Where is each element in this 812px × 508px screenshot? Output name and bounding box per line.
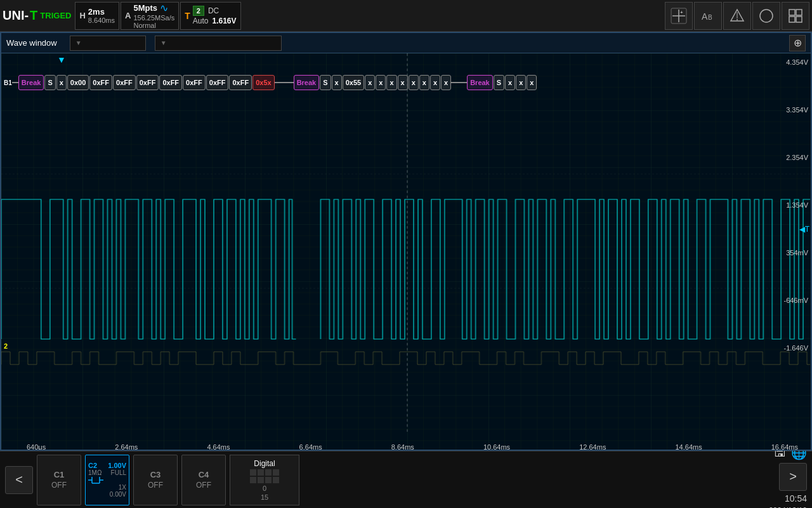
pkt-s-3: S <box>494 75 504 90</box>
toolbar-icons: + AB <box>665 2 809 30</box>
digital-label: Digital <box>254 459 275 468</box>
volt-2354: 2.354V <box>783 154 808 161</box>
ch1-status: OFF <box>51 481 67 490</box>
time-1064ms: 10.64ms <box>483 443 510 451</box>
wave-dropdown-1[interactable]: ▼ <box>70 36 146 51</box>
h-offset: 8.640ms <box>88 17 115 24</box>
ch2-marker: 2 <box>4 342 8 350</box>
a-label: A <box>125 11 131 20</box>
svg-text:A: A <box>702 11 708 22</box>
digital-cell-7 <box>265 477 272 483</box>
b1-label: B1 <box>4 79 12 86</box>
brand-uni: UNI- <box>3 8 29 23</box>
decode-row: B1 Break S x 0x00 0xFF 0xFF 0xFF 0xFF 0x… <box>1 72 811 93</box>
brand-t: T <box>30 8 37 23</box>
digital-section[interactable]: Digital 0 15 <box>230 455 299 505</box>
trigger-section[interactable]: T 2 DC Auto 1.616V <box>180 2 240 30</box>
digital-cell-4 <box>273 469 279 476</box>
t-mode: Auto <box>193 17 209 25</box>
waveform-ch1 <box>1 53 811 451</box>
measure-icon-btn[interactable]: AB <box>694 2 722 30</box>
volt-3354: 3.354V <box>783 106 808 114</box>
ch3-status: OFF <box>148 481 163 490</box>
grid-svg <box>1 53 811 451</box>
acq-section[interactable]: A 5Mpts ∿ 156.25MSa/s Normal <box>121 2 179 30</box>
digital-cell-8 <box>273 477 279 483</box>
layout-icon-btn[interactable] <box>782 2 809 30</box>
decode-group-1: Break S x 0x00 0xFF 0xFF 0xFF 0xFF 0xFF … <box>18 75 275 90</box>
pkt-x-9: x <box>430 75 440 90</box>
bottom-date: 2024/12/10 <box>769 506 807 509</box>
pkt-break-1: Break <box>18 75 44 90</box>
time-464ms: 4.64ms <box>207 443 230 451</box>
digital-cell-5 <box>250 477 256 483</box>
digital-sub: 15 <box>261 493 268 501</box>
decode-group-2: Break S x 0x55 x x x x x x x x <box>294 75 452 90</box>
pkt-s-1: S <box>44 75 55 90</box>
ch2-val1: 1.00V <box>108 462 126 469</box>
pkt-0xff-2: 0xFF <box>113 75 136 90</box>
ch4-button[interactable]: C4 OFF <box>181 455 226 505</box>
a-mode: Normal <box>133 22 174 29</box>
brand-triged: TRIGED <box>40 11 71 20</box>
pkt-x-10: x <box>441 75 451 90</box>
wave-container: Wave window ▼ ▼ ⊕ <box>0 32 812 451</box>
ref-icon-btn[interactable] <box>752 2 780 30</box>
wave-header-controls: ▼ ▼ <box>70 36 282 51</box>
svg-text:+: + <box>680 10 683 15</box>
pkt-x-8: x <box>419 75 429 90</box>
toolbar: UNI- T TRIGED H 2ms 8.640ms A 5Mpts ∿ 15… <box>0 0 812 32</box>
pkt-x-12: x <box>516 75 526 90</box>
volt-354mv: 354mV <box>783 249 808 257</box>
zoom-btn[interactable]: ⊕ <box>789 35 806 51</box>
math-icon-btn[interactable] <box>723 2 751 30</box>
svg-point-8 <box>737 19 738 20</box>
time-640us: 640μs <box>27 443 46 451</box>
ch4-label: C4 <box>199 470 209 479</box>
pkt-0xff-5: 0xFF <box>183 75 206 90</box>
ch2-label: C2 <box>88 462 97 469</box>
volt-4354: 4.354V <box>783 58 808 66</box>
volt-labels: 4.354V 3.354V 2.354V 1.354V 354mV -646mV… <box>783 58 808 352</box>
ch2-val5: 0.00V <box>110 491 126 498</box>
ch2-val4: 1X <box>119 484 126 491</box>
digital-count: 0 <box>263 485 266 492</box>
t-label: T <box>185 11 190 21</box>
time-1264ms: 12.64ms <box>579 443 606 451</box>
volt-1354: 1.354V <box>783 201 808 209</box>
pkt-x-6: x <box>398 75 408 90</box>
h-label: H <box>79 11 85 20</box>
time-864ms: 8.64ms <box>391 443 414 451</box>
pkt-x-13: x <box>527 75 537 90</box>
ch1-button[interactable]: C1 OFF <box>37 455 81 505</box>
prev-btn[interactable]: < <box>5 466 33 494</box>
ch3-button[interactable]: C3 OFF <box>133 455 178 505</box>
svg-point-9 <box>760 10 773 22</box>
wave-dropdown-2[interactable]: ▼ <box>155 36 282 51</box>
timebase-section[interactable]: H 2ms 8.640ms <box>75 2 119 30</box>
digital-cell-6 <box>258 477 264 483</box>
ch2-button[interactable]: C2 1.00V 1MΩ FULL 1X 0.00V <box>85 455 129 505</box>
cursor-icon-btn[interactable]: + <box>665 2 693 30</box>
ch2-val2: 1MΩ <box>88 469 102 476</box>
trigger-right-marker: ◀T <box>799 225 809 234</box>
channel-bar: < C1 OFF C2 1.00V 1MΩ FULL 1X 0.00V C3 O… <box>0 451 812 508</box>
ch3-label: C3 <box>150 470 161 479</box>
digital-cell-3 <box>265 469 272 476</box>
volt-neg1646: -1.646V <box>783 344 808 352</box>
svg-rect-11 <box>796 10 802 15</box>
pkt-0xff-1: 0xFF <box>89 75 112 90</box>
pkt-break-3: Break <box>467 75 493 90</box>
next-btn[interactable]: > <box>779 463 807 491</box>
a-rate1: 5Mpts <box>133 3 157 13</box>
t-coupling: DC <box>208 6 219 15</box>
svg-rect-25 <box>1 53 811 451</box>
t-ch: 2 <box>193 6 204 16</box>
ch1-label: C1 <box>54 470 65 479</box>
pkt-break-2: Break <box>294 75 320 90</box>
pkt-0x5x: 0x5x <box>252 75 274 90</box>
bottom-right: 🖫 🌐 > 10:54 2024/12/10 <box>769 445 807 509</box>
brand: UNI- T TRIGED <box>3 8 71 23</box>
pkt-0xff-7: 0xFF <box>229 75 252 90</box>
time-664ms: 6.64ms <box>299 443 322 451</box>
